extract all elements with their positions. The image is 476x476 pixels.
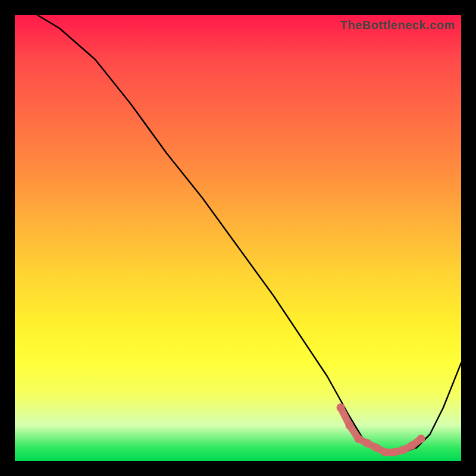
svg-point-6 — [390, 448, 399, 456]
svg-point-9 — [417, 435, 425, 443]
highlight-band — [337, 403, 425, 456]
svg-point-4 — [372, 444, 381, 452]
svg-point-7 — [399, 446, 408, 454]
svg-point-3 — [364, 439, 372, 447]
svg-point-2 — [355, 435, 363, 443]
svg-point-8 — [408, 441, 416, 450]
svg-point-0 — [337, 403, 345, 412]
chart-svg — [15, 15, 461, 461]
svg-point-5 — [381, 448, 390, 456]
svg-point-1 — [346, 421, 354, 430]
chart-frame: TheBottleneck.com — [15, 15, 461, 461]
curve-line — [37, 15, 462, 452]
